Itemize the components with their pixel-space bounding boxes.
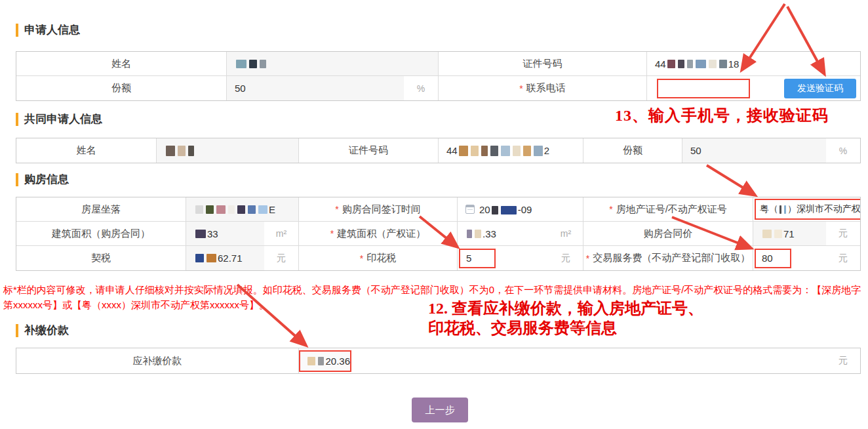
co-name-value-cell	[157, 138, 299, 163]
phone-value-cell: 发送验证码	[647, 76, 860, 100]
supplement-value-cell: 20.36 元	[299, 348, 860, 373]
redaction-block	[260, 60, 266, 68]
section-title-purchase: 购房信息	[16, 173, 69, 186]
price-label: 购房合同价	[583, 222, 753, 246]
annotation-step13: 13、输入手机号，接收验证码	[615, 105, 829, 126]
redaction-block	[696, 60, 706, 68]
service-fee-label-cell: * 交易服务费（不动产登记部门收取）	[583, 246, 753, 270]
redaction-block	[687, 60, 693, 68]
supplement-label: 应补缴价款	[16, 348, 299, 373]
redaction-block	[667, 60, 675, 68]
sign-date-label: 购房合同签订时间	[342, 203, 421, 216]
required-mark: *	[586, 253, 589, 264]
redaction-block	[475, 230, 481, 238]
area-contract-cell: 33 m²	[186, 222, 299, 246]
redaction-block	[492, 206, 498, 214]
send-code-button[interactable]: 发送验证码	[784, 79, 856, 98]
redaction-block	[307, 357, 315, 365]
phone-input[interactable]	[657, 79, 750, 98]
annotation-step12-line1: 12. 查看应补缴价款，输入房地产证号、	[428, 298, 703, 318]
redaction-block	[206, 205, 214, 214]
area-contract-label: 建筑面积（购房合同）	[16, 222, 186, 246]
redaction-block	[678, 60, 684, 68]
cert-no-label: 房地产证号/不动产权证号	[616, 203, 727, 216]
co-share-value-cell: 50 %	[682, 138, 860, 163]
redaction-block	[195, 254, 204, 262]
redaction-block	[774, 230, 782, 238]
sign-date-value: 20-09	[479, 204, 532, 215]
redaction-block	[195, 230, 206, 238]
section-title-supplement: 补缴价款	[16, 324, 69, 337]
redaction-block	[513, 146, 521, 156]
service-fee-input[interactable]: 80	[755, 249, 791, 268]
redaction-block	[178, 146, 186, 156]
share-value: 50	[227, 76, 404, 100]
redaction-block	[318, 357, 325, 365]
area-cert-value: .33	[458, 222, 549, 245]
redaction-block	[481, 146, 488, 156]
location-value: E	[186, 197, 298, 221]
sign-date-label-cell: * 购房合同签订时间	[299, 197, 458, 222]
service-fee-cell: 80 元	[753, 246, 860, 270]
form-page: 申请人信息 姓名 证件号码 4418 份额 50 % * 联系电话 发送验证码 …	[0, 0, 868, 429]
redaction-block	[248, 205, 256, 214]
stamp-tax-label: 印花税	[366, 252, 396, 264]
redaction-block	[534, 146, 543, 156]
area-cert-label: 建筑面积（产权证）	[337, 228, 425, 240]
redaction-block	[501, 146, 510, 156]
phone-label-cell: * 联系电话	[439, 76, 647, 100]
co-share-value: 50	[682, 138, 826, 163]
percent-unit: %	[826, 138, 860, 163]
redaction-block	[471, 146, 479, 156]
redaction-block	[207, 254, 216, 262]
location-label: 房屋坐落	[16, 197, 186, 222]
yuan-unit: 元	[826, 222, 860, 245]
annotation-step12: 12. 查看应补缴价款，输入房地产证号、 印花税、交易服务费等信息	[428, 298, 703, 338]
stamp-tax-input[interactable]: 5	[459, 249, 496, 268]
area-cert-cell[interactable]: .33 m²	[458, 222, 583, 246]
co-name-label: 姓名	[16, 138, 157, 163]
id-number-value-cell: 4418	[647, 52, 860, 76]
cert-no-input[interactable]: 粤（）深圳市不动产权	[755, 199, 860, 220]
section-title-co-applicant: 共同申请人信息	[16, 113, 102, 126]
redaction-block	[523, 146, 531, 156]
calendar-icon	[465, 205, 475, 214]
redaction-block	[216, 205, 226, 214]
price-value: 71	[753, 222, 826, 245]
required-mark: *	[360, 253, 363, 264]
annotation-step12-line2: 印花税、交易服务费等信息	[428, 318, 703, 338]
co-id-label: 证件号码	[299, 138, 439, 163]
yuan-unit: 元	[264, 246, 298, 270]
id-number-label: 证件号码	[439, 52, 647, 76]
redaction-block	[719, 60, 727, 68]
area-cert-label-cell: * 建筑面积（产权证）	[299, 222, 458, 246]
name-value	[227, 52, 438, 75]
previous-step-button[interactable]: 上一步	[412, 398, 468, 422]
name-value-cell	[227, 52, 439, 76]
redaction-block	[779, 205, 781, 214]
required-mark: *	[609, 204, 612, 214]
cert-no-value-cell[interactable]: 粤（）深圳市不动产权	[753, 197, 860, 222]
redaction-block	[762, 230, 772, 238]
redaction-block	[490, 146, 498, 156]
required-mark: *	[519, 83, 523, 94]
service-fee-label: 交易服务费（不动产登记部门收取）	[593, 252, 750, 264]
cert-no-label-cell: * 房地产证号/不动产权证号	[583, 197, 753, 222]
sign-date-cell[interactable]: 20-09	[458, 197, 583, 222]
area-contract-value: 33	[186, 222, 264, 245]
stamp-tax-label-cell: * 印花税	[299, 246, 458, 270]
redaction-block	[228, 205, 235, 214]
redaction-block	[459, 146, 468, 156]
required-mark: *	[330, 228, 334, 239]
location-value-cell: E	[186, 197, 299, 222]
id-number-value: 4418	[647, 52, 860, 75]
co-id-value: 442	[439, 138, 583, 163]
redaction-block	[236, 60, 247, 68]
redaction-block	[249, 60, 257, 68]
arrow-to-cert-no-input	[707, 165, 755, 195]
redaction-block	[784, 205, 786, 214]
supplement-value: 20.36	[299, 350, 351, 372]
deed-tax-value: 62.71	[186, 246, 264, 270]
sqm-unit: m²	[264, 222, 298, 245]
phone-label: 联系电话	[526, 82, 566, 94]
